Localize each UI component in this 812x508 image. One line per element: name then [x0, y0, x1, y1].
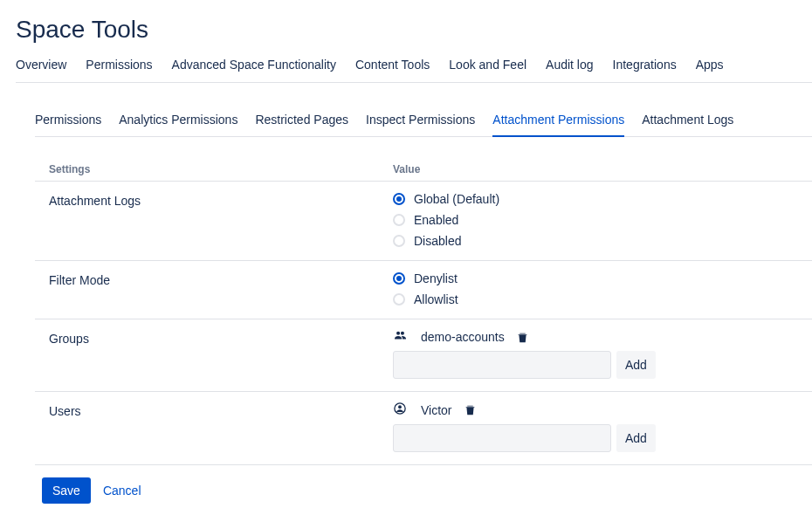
tab-inspect-permissions[interactable]: Inspect Permissions	[366, 107, 475, 136]
page-title: Space Tools	[16, 16, 812, 44]
radio-enabled[interactable]: Enabled	[393, 213, 812, 227]
nav-content-tools[interactable]: Content Tools	[355, 58, 430, 82]
row-label-users: Users	[35, 402, 393, 418]
remove-user-icon[interactable]	[464, 404, 476, 415]
row-label-attachment-logs: Attachment Logs	[35, 192, 393, 208]
header-value: Value	[393, 163, 812, 175]
row-users: Users Victor Add	[35, 392, 812, 465]
group-input[interactable]	[393, 351, 611, 379]
user-icon	[393, 402, 407, 417]
save-button[interactable]: Save	[42, 477, 91, 504]
user-name: Victor	[416, 403, 452, 417]
cancel-link[interactable]: Cancel	[103, 484, 141, 498]
sub-tabs: Permissions Analytics Permissions Restri…	[35, 107, 812, 137]
tab-analytics-permissions[interactable]: Analytics Permissions	[119, 107, 237, 136]
radio-icon	[393, 293, 405, 305]
nav-look-and-feel[interactable]: Look and Feel	[449, 58, 526, 82]
group-name: demo-accounts	[416, 330, 505, 344]
row-filter-mode: Filter Mode Denylist Allowlist	[35, 261, 812, 319]
radio-icon	[393, 214, 405, 226]
radio-label: Global (Default)	[414, 192, 499, 206]
row-groups: Groups demo-accounts Add	[35, 319, 812, 392]
nav-audit-log[interactable]: Audit log	[546, 58, 593, 82]
row-label-filter-mode: Filter Mode	[35, 271, 393, 287]
radio-label: Enabled	[414, 213, 458, 227]
radio-denylist[interactable]: Denylist	[393, 271, 812, 285]
radio-disabled[interactable]: Disabled	[393, 234, 812, 248]
group-icon	[393, 330, 407, 344]
user-input[interactable]	[393, 424, 611, 452]
nav-permissions[interactable]: Permissions	[86, 58, 152, 82]
radio-icon	[393, 272, 405, 285]
radio-allowlist[interactable]: Allowlist	[393, 292, 812, 306]
nav-advanced-space-functionality[interactable]: Advanced Space Functionality	[172, 58, 336, 82]
tab-permissions[interactable]: Permissions	[35, 107, 101, 136]
radio-icon	[393, 235, 405, 247]
radio-icon	[393, 193, 405, 205]
nav-apps[interactable]: Apps	[696, 58, 724, 82]
tab-attachment-logs[interactable]: Attachment Logs	[642, 107, 733, 136]
row-label-groups: Groups	[35, 330, 393, 346]
top-nav: Overview Permissions Advanced Space Func…	[16, 58, 812, 83]
tab-attachment-permissions[interactable]: Attachment Permissions	[492, 107, 624, 137]
radio-label: Disabled	[414, 234, 461, 248]
add-group-button[interactable]: Add	[616, 351, 656, 379]
remove-group-icon[interactable]	[517, 332, 528, 343]
nav-integrations[interactable]: Integrations	[613, 58, 677, 82]
add-user-button[interactable]: Add	[616, 424, 656, 452]
radio-global-default[interactable]: Global (Default)	[393, 192, 812, 206]
tab-restricted-pages[interactable]: Restricted Pages	[255, 107, 348, 136]
radio-label: Allowlist	[414, 292, 458, 306]
nav-overview[interactable]: Overview	[16, 58, 66, 82]
radio-label: Denylist	[414, 271, 458, 285]
row-attachment-logs: Attachment Logs Global (Default) Enabled	[35, 182, 812, 261]
svg-point-1	[398, 405, 402, 408]
header-settings: Settings	[35, 163, 393, 175]
